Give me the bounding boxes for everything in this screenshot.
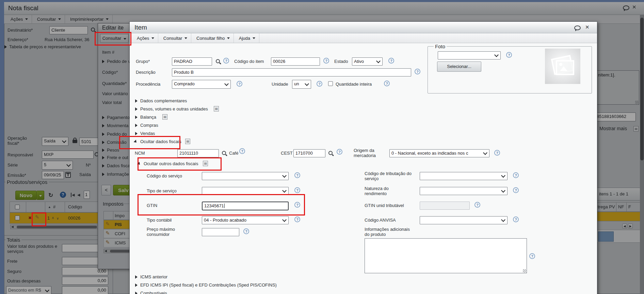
- scroll-left-button[interactable]: ◀: [622, 224, 627, 228]
- origem-select[interactable]: 0 - Nacional, exceto as indicadas nos c: [389, 149, 489, 157]
- v-scrollbar-thumb[interactable]: [640, 18, 644, 160]
- col-codigo-header[interactable]: Código: [68, 204, 82, 209]
- nf-menu-consultar[interactable]: Consultar: [33, 15, 65, 23]
- v-scrollbar-track[interactable]: [640, 15, 644, 294]
- tipo-contabil-select[interactable]: 04 - Produto acabado: [202, 216, 289, 224]
- item-close-icon[interactable]: ✕: [585, 25, 590, 30]
- responsavel-input[interactable]: MXP: [42, 151, 94, 159]
- destinatario-input[interactable]: Cliente: [49, 26, 88, 34]
- cod-tributacao-select[interactable]: [420, 172, 508, 180]
- ncm-input[interactable]: 21011110: [177, 149, 219, 157]
- help-icon[interactable]: ?: [494, 150, 500, 156]
- emissao-input[interactable]: 09/09/25: [42, 171, 64, 179]
- selecionar-button[interactable]: Selecionar...: [437, 62, 481, 72]
- foto-select[interactable]: [438, 51, 501, 59]
- section-balanca[interactable]: Balança: [140, 115, 156, 120]
- move-down-icon[interactable]: ∨: [57, 217, 59, 220]
- expand-arrow-icon[interactable]: [135, 116, 138, 119]
- section-compras[interactable]: Compras: [140, 123, 158, 128]
- editar-label-frete[interactable]: Frete e out: [107, 155, 128, 160]
- section-efd[interactable]: EFD ICMS IPI (Sped fiscal) e EFD Contrib…: [140, 282, 277, 288]
- expand-arrow-icon[interactable]: [4, 45, 7, 49]
- codigo-item-input[interactable]: 00026: [271, 57, 320, 66]
- editar-label-dados-fiscais[interactable]: Dados fisca: [107, 163, 130, 168]
- delete-row-icon[interactable]: ✖: [28, 215, 32, 220]
- expand-arrow-icon[interactable]: [102, 149, 104, 152]
- desconto-input[interactable]: 0,00: [62, 286, 108, 294]
- cest-input[interactable]: 1710700: [293, 149, 325, 157]
- section-ocultar-dados-fiscais[interactable]: Ocultar dados fiscais: [140, 139, 181, 144]
- edit-pencil-icon[interactable]: ✎: [106, 222, 110, 227]
- help-icon[interactable]: ?: [337, 149, 342, 155]
- expand-arrow-icon[interactable]: [135, 292, 138, 294]
- unidade-select[interactable]: un: [292, 80, 311, 89]
- edit-pencil-icon[interactable]: ✎: [106, 240, 110, 245]
- anvisa-select[interactable]: [420, 216, 508, 224]
- help-icon[interactable]: ?: [513, 217, 519, 222]
- list-icon[interactable]: ≡: [203, 161, 208, 166]
- mostrar-mais-link[interactable]: Mostrar mais: [599, 126, 627, 131]
- scroll-left-icon[interactable]: ◀: [104, 249, 107, 253]
- help-icon[interactable]: ?: [294, 172, 300, 178]
- row-checkbox[interactable]: [15, 215, 20, 220]
- help-icon[interactable]: ?: [474, 202, 480, 208]
- gtin-input[interactable]: 12345671: [202, 202, 289, 210]
- editar-label-informacoes[interactable]: Informaçõe: [107, 172, 129, 177]
- tipo-servico-select[interactable]: [202, 187, 289, 195]
- nf-chat-icon[interactable]: [623, 5, 629, 10]
- voltar-button[interactable]: <: [101, 185, 111, 195]
- editar-consultar-button[interactable]: Consultar: [100, 34, 129, 43]
- editar-label-comissao[interactable]: Comissão: [107, 140, 127, 145]
- section-pesos-volumes[interactable]: Pesos, volumes e outras unidades: [140, 106, 208, 111]
- help-icon[interactable]: ?: [294, 187, 300, 193]
- editar-label-movimenta[interactable]: Movimenta: [107, 123, 129, 128]
- natureza-select[interactable]: [420, 187, 508, 195]
- section-icms-anterior[interactable]: ICMS anterior: [140, 274, 167, 279]
- novo-button[interactable]: Novo: [15, 191, 37, 200]
- quantidade-inteira-checkbox[interactable]: [328, 81, 333, 86]
- help-icon[interactable]: ?: [388, 58, 394, 64]
- search-icon[interactable]: [328, 151, 334, 156]
- help-icon[interactable]: ?: [323, 58, 329, 64]
- help-icon[interactable]: ?: [506, 52, 512, 58]
- novo-dropdown-button[interactable]: [37, 191, 44, 200]
- help-icon[interactable]: ?: [384, 81, 390, 86]
- outras-despesas-input[interactable]: 0,00: [62, 277, 108, 285]
- col-num-header[interactable]: #: [53, 204, 55, 209]
- list-icon[interactable]: ≡: [162, 114, 167, 120]
- preco-maximo-input[interactable]: [202, 228, 239, 236]
- resize-handle-icon[interactable]: [635, 101, 639, 104]
- tabela-precos-link[interactable]: Tabela de preços e representante/ve: [9, 44, 81, 49]
- expand-arrow-icon[interactable]: [102, 156, 104, 159]
- expand-arrow-icon[interactable]: [102, 133, 104, 136]
- help-icon[interactable]: ?: [223, 58, 229, 64]
- editar-label-pagamento[interactable]: Pagamento: [107, 115, 130, 120]
- search-icon[interactable]: [222, 151, 227, 156]
- help-icon[interactable]: ?: [415, 69, 420, 74]
- expand-arrow-icon[interactable]: [135, 283, 138, 287]
- scroll-left-icon[interactable]: ◀: [11, 225, 14, 228]
- help-icon[interactable]: ?: [294, 217, 300, 222]
- help-icon[interactable]: ?: [529, 253, 535, 259]
- expand-arrow-icon[interactable]: [102, 164, 104, 168]
- help-icon[interactable]: ?: [294, 202, 300, 208]
- help-icon[interactable]: ?: [237, 81, 242, 87]
- list-icon[interactable]: ≡: [633, 126, 639, 132]
- edit-row-pencil-icon[interactable]: ✎: [35, 215, 39, 220]
- desconto-select[interactable]: Desconto em R$: [6, 286, 51, 294]
- nf-close-icon[interactable]: ✕: [632, 5, 637, 10]
- descricao-input[interactable]: Produto B: [172, 68, 411, 76]
- expand-arrow-icon[interactable]: [135, 275, 138, 279]
- sort-asc-icon[interactable]: ▲: [48, 205, 51, 209]
- h-scrollbar[interactable]: ◀: [10, 225, 98, 229]
- operacao-fiscal-select[interactable]: Saída: [42, 137, 68, 146]
- item-menu-consultar-filho[interactable]: Consultar filho: [193, 33, 234, 43]
- section-combustiveis[interactable]: Combustíveis: [140, 291, 167, 294]
- item-menu-consultar[interactable]: Consultar: [160, 33, 192, 43]
- item-chat-icon[interactable]: [574, 25, 581, 30]
- help-icon[interactable]: ?: [513, 172, 519, 178]
- select-all-checkbox[interactable]: [15, 205, 20, 209]
- chave-acesso-input-fragment[interactable]: 2851881603662: [592, 113, 636, 121]
- collapse-arrow-icon[interactable]: [137, 162, 141, 166]
- expand-arrow-icon[interactable]: [102, 124, 104, 127]
